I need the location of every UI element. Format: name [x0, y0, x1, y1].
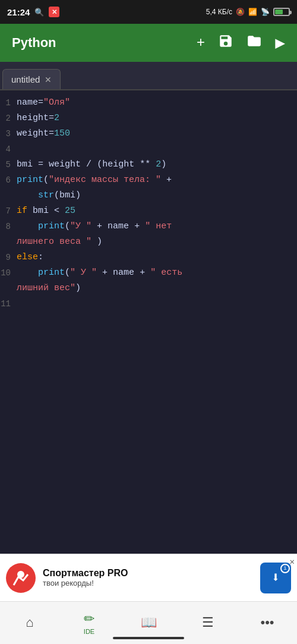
- line-content: height=2: [17, 111, 297, 125]
- line-number: 2: [0, 111, 17, 125]
- nav-ide[interactable]: ✏ IDE: [71, 611, 107, 635]
- line-number: 6: [0, 173, 17, 187]
- line-content: print("У " + name + " нет: [17, 219, 297, 234]
- code-line-6a: 6 print("индекс массы тела: " +: [0, 172, 297, 188]
- line-content: print("индекс массы тела: " +: [17, 173, 297, 187]
- home-indicator: [113, 637, 184, 639]
- ad-info-icon[interactable]: i: [280, 564, 290, 573]
- nav-home[interactable]: ⌂: [12, 615, 48, 632]
- download-icon: ⬇: [271, 569, 280, 586]
- code-line-4: 4: [0, 142, 297, 157]
- line-content: bmi = weight / (height ** 2): [17, 158, 297, 172]
- nav-more[interactable]: •••: [249, 615, 285, 632]
- line-content: else:: [17, 250, 297, 265]
- code-line-7: 7 if bmi < 25: [0, 203, 297, 219]
- code-line-8b: 8 лишнего веса " ): [0, 234, 297, 250]
- nav-book[interactable]: 📖: [131, 615, 166, 632]
- line-number: 8: [0, 219, 17, 233]
- battery-fill: [275, 10, 283, 14]
- code-line-9: 9 else:: [0, 250, 297, 265]
- code-line-5: 5 bmi = weight / (height ** 2): [0, 157, 297, 172]
- add-button[interactable]: +: [197, 35, 205, 51]
- line-content: лишний вес"): [17, 281, 297, 296]
- mute-icon: 🔕: [236, 8, 245, 16]
- save-button[interactable]: [218, 33, 233, 53]
- code-editor[interactable]: 1 name="Оля" 2 height=2 3 weight=150 4 5…: [0, 90, 297, 554]
- ad-subtitle: твои рекорды!: [43, 579, 253, 588]
- code-line-1: 1 name="Оля": [0, 95, 297, 111]
- wifi-icon: 📡: [261, 8, 270, 16]
- home-icon: ⌂: [26, 615, 33, 630]
- line-number: 10: [0, 266, 17, 279]
- app-title: Python: [12, 35, 56, 51]
- signal-icon: 📶: [248, 8, 257, 16]
- code-line-10b: 10 лишний вес"): [0, 281, 297, 296]
- run-button[interactable]: ▶: [275, 33, 285, 53]
- close-icon: ✕: [49, 7, 59, 17]
- line-content: if bmi < 25: [17, 204, 297, 218]
- more-icon: •••: [260, 615, 274, 630]
- code-line-2: 2 height=2: [0, 111, 297, 126]
- battery-indicator: [273, 8, 290, 16]
- line-content: print(" У " + name + " есть: [17, 266, 297, 280]
- ad-title: Спортмастер PRO: [43, 568, 253, 579]
- editor-tab[interactable]: untitled ✕: [2, 69, 61, 89]
- code-line-10a: 10 print(" У " + name + " есть: [0, 265, 297, 281]
- app-header: Python + ▶: [0, 24, 297, 62]
- code-line-11: 11: [0, 296, 297, 312]
- code-line-8a: 8 print("У " + name + " нет: [0, 219, 297, 234]
- line-content: [17, 142, 297, 156]
- tab-name: untitled: [11, 74, 40, 84]
- line-number: 3: [0, 127, 17, 140]
- line-number: 9: [0, 250, 17, 264]
- nav-menu[interactable]: ☰: [190, 615, 226, 632]
- ad-logo: [6, 563, 36, 593]
- ad-download-button[interactable]: ⬇ i: [260, 563, 291, 593]
- line-content: лишнего веса " ): [17, 235, 297, 249]
- status-bar: 21:24 🔍 ✕ 5,4 КБ/с 🔕 📶 📡: [0, 0, 297, 24]
- status-left: 21:24 🔍 ✕: [7, 7, 59, 17]
- nav-ide-label: IDE: [84, 628, 94, 635]
- edit-icon: ✏: [84, 611, 94, 627]
- line-content: str(bmi): [17, 189, 297, 203]
- line-content: weight=150: [17, 127, 297, 141]
- line-number: 7: [0, 204, 17, 218]
- line-content: name="Оля": [17, 96, 297, 110]
- menu-icon: ☰: [202, 615, 214, 630]
- line-number: 4: [0, 142, 17, 156]
- header-icons: + ▶: [197, 33, 285, 53]
- ad-close-button[interactable]: ✕: [290, 557, 295, 567]
- status-time: 21:24: [7, 7, 30, 17]
- ad-banner[interactable]: Спортмастер PRO твои рекорды! ⬇ i ✕: [0, 554, 297, 601]
- book-icon: 📖: [141, 615, 157, 630]
- line-number: 5: [0, 158, 17, 171]
- tab-close-button[interactable]: ✕: [45, 75, 52, 84]
- network-speed: 5,4 КБ/с: [206, 8, 232, 16]
- search-icon: 🔍: [34, 8, 44, 17]
- code-line-3: 3 weight=150: [0, 126, 297, 142]
- tab-bar: untitled ✕: [0, 62, 297, 90]
- line-content: [17, 297, 297, 311]
- status-right: 5,4 КБ/с 🔕 📶 📡: [206, 8, 290, 16]
- folder-button[interactable]: [247, 33, 262, 53]
- code-line-6b: 6 str(bmi): [0, 188, 297, 203]
- line-number: 1: [0, 96, 17, 109]
- line-number: 11: [0, 297, 17, 310]
- ad-text-block: Спортмастер PRO твои рекорды!: [43, 568, 253, 588]
